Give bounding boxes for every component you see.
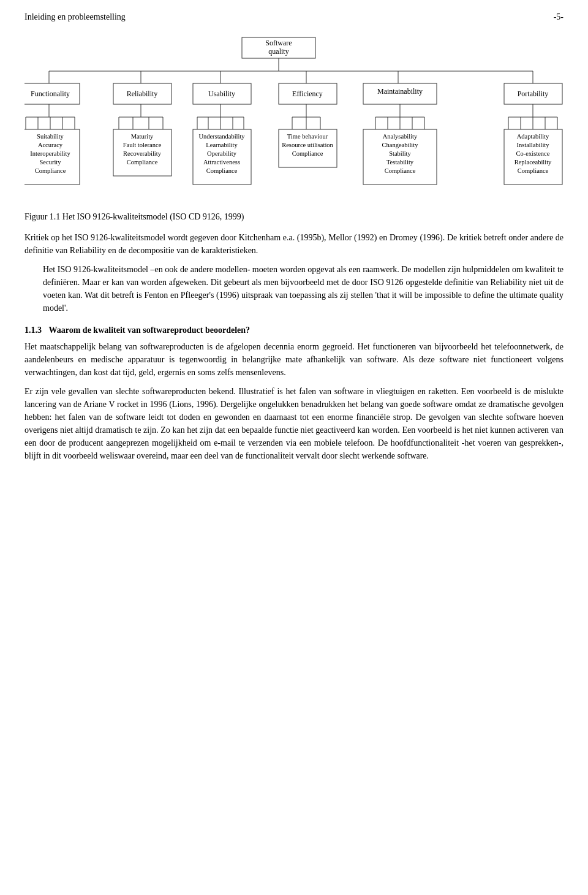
page-number: -5- xyxy=(554,12,564,22)
svg-text:Attractiveness: Attractiveness xyxy=(203,159,240,166)
page-header: Inleiding en probleemstelling -5- xyxy=(24,12,564,22)
svg-text:Changeability: Changeability xyxy=(382,142,419,148)
svg-text:Efficiency: Efficiency xyxy=(292,90,323,98)
svg-text:Stability: Stability xyxy=(389,150,411,157)
paragraph-3: Het maatschappelijk belang van softwarep… xyxy=(24,340,564,379)
svg-text:Compliance: Compliance xyxy=(518,167,549,174)
svg-text:Analysability: Analysability xyxy=(383,133,418,140)
paragraph-4: Er zijn vele gevallen van slechte softwa… xyxy=(24,385,564,462)
svg-text:Testability: Testability xyxy=(386,159,414,166)
section-heading: 1.1.3 Waarom de kwaliteit van softwarepr… xyxy=(24,326,564,335)
figure-caption-text: Figuur 1.1 Het ISO 9126-kwaliteitsmodel … xyxy=(24,212,244,221)
svg-text:Interoperability: Interoperability xyxy=(30,150,70,157)
svg-text:Fault tolerance: Fault tolerance xyxy=(123,142,162,148)
svg-text:Maturity: Maturity xyxy=(131,133,154,140)
section-title: Waarom de kwaliteit van softwareproduct … xyxy=(49,326,251,335)
svg-text:Replaceability: Replaceability xyxy=(514,159,552,166)
paragraph-2: Het ISO 9126-kwaliteitsmodel –en ook de … xyxy=(43,263,564,314)
figure-caption: Figuur 1.1 Het ISO 9126-kwaliteitsmodel … xyxy=(24,212,564,222)
svg-text:Time behaviour: Time behaviour xyxy=(287,133,328,140)
svg-text:Installability: Installability xyxy=(516,142,549,148)
svg-text:Operability: Operability xyxy=(207,150,237,157)
svg-text:Compliance: Compliance xyxy=(35,167,66,174)
software-quality-diagram: Software quality Functionality Reliabili… xyxy=(24,34,564,200)
svg-text:Compliance: Compliance xyxy=(385,167,416,174)
svg-text:Functionality: Functionality xyxy=(31,90,70,98)
diagram-svg: Software quality Functionality Reliabili… xyxy=(24,34,564,200)
svg-text:Software: Software xyxy=(265,39,292,47)
section-number: 1.1.3 xyxy=(24,326,42,335)
svg-text:Recoverability: Recoverability xyxy=(123,150,162,157)
svg-text:Compliance: Compliance xyxy=(292,150,323,157)
svg-text:Co-existence: Co-existence xyxy=(516,150,550,157)
page-title: Inleiding en probleemstelling xyxy=(24,12,126,22)
svg-text:Resource utilisation: Resource utilisation xyxy=(282,142,333,148)
svg-text:Accuracy: Accuracy xyxy=(38,142,63,148)
svg-text:quality: quality xyxy=(268,47,288,56)
paragraph-1: Kritiek op het ISO 9126-kwaliteitsmodel … xyxy=(24,231,564,257)
svg-text:Security: Security xyxy=(40,159,62,166)
svg-text:Portability: Portability xyxy=(518,90,549,98)
svg-text:Suitability: Suitability xyxy=(37,133,64,140)
svg-text:Understandability: Understandability xyxy=(198,133,245,140)
svg-text:Compliance: Compliance xyxy=(206,167,238,174)
svg-text:Compliance: Compliance xyxy=(127,159,158,166)
svg-text:Maintainability: Maintainability xyxy=(377,87,423,96)
svg-text:Usability: Usability xyxy=(208,90,235,98)
svg-text:Adaptability: Adaptability xyxy=(517,133,549,140)
svg-text:Learnability: Learnability xyxy=(206,142,238,148)
svg-text:Reliability: Reliability xyxy=(127,90,158,98)
